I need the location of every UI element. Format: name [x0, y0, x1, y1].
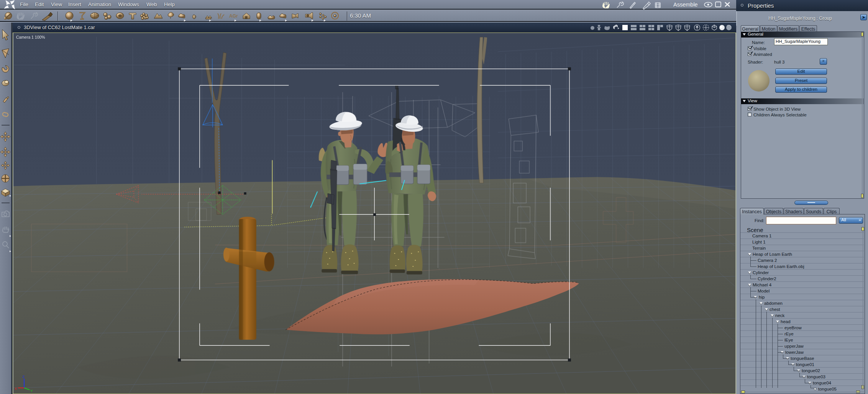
- svg-text:Y: Y: [30, 389, 33, 393]
- svg-text:Camera 1 100%: Camera 1 100%: [16, 35, 45, 39]
- svg-text:X: X: [15, 386, 17, 391]
- svg-text:AGr: AGr: [229, 13, 238, 19]
- svg-text:Assemble: Assemble: [673, 2, 698, 8]
- svg-text:Z: Z: [22, 374, 25, 379]
